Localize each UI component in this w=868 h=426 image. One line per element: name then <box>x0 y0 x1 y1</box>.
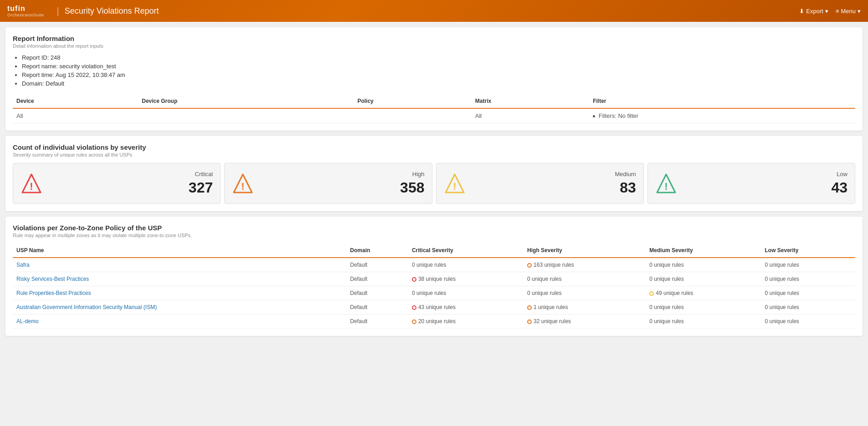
low-cell: 0 unique rules <box>761 272 855 286</box>
critical-cell: 38 unique rules <box>408 272 524 286</box>
critical-cell: 0 unique rules <box>408 258 524 272</box>
main-content: Report Information Detail information ab… <box>0 22 868 341</box>
col-matrix: Matrix <box>472 94 589 108</box>
download-icon: ⬇ <box>799 8 804 15</box>
high-info: High 358 <box>261 171 424 196</box>
export-button[interactable]: ⬇ Export ▾ <box>799 8 828 15</box>
low-label: Low <box>684 171 847 178</box>
high-label: High <box>261 171 424 178</box>
high-cell: 163 unique rules <box>524 258 646 272</box>
device-cell: All <box>13 108 138 123</box>
col-critical-severity: Critical Severity <box>408 243 524 258</box>
medium-cell: 0 unique rules <box>646 314 761 329</box>
menu-label: Menu <box>841 8 856 15</box>
low-warning-icon: ! <box>655 172 677 194</box>
critical-info: Critical 327 <box>50 171 213 196</box>
policy-cell <box>354 108 471 123</box>
low-cell: 0 unique rules <box>761 258 855 272</box>
col-filter: Filter <box>589 94 855 108</box>
medium-count: 83 <box>473 179 636 196</box>
high-cell: 0 unique rules <box>524 272 646 286</box>
table-row: Rule Properties-Best Practices Default 0… <box>13 286 855 300</box>
page-title: Security Violations Report <box>65 6 800 16</box>
low-severity-card: ! Low 43 <box>647 163 855 204</box>
col-device: Device <box>13 94 138 108</box>
low-count: 43 <box>684 179 847 196</box>
severity-card: Count of individual violations by severi… <box>5 136 863 211</box>
severity-dot-icon <box>527 263 532 268</box>
menu-button[interactable]: ≡ Menu ▾ <box>836 8 861 15</box>
export-chevron-icon: ▾ <box>825 8 828 15</box>
header-actions: ⬇ Export ▾ ≡ Menu ▾ <box>799 8 861 15</box>
medium-cell: 0 unique rules <box>646 300 761 314</box>
medium-info: Medium 83 <box>473 171 636 196</box>
logo-sub: OrchestraionSuite <box>7 13 44 17</box>
report-details-list: Report ID: 248 Report name: security vio… <box>13 54 855 87</box>
matrix-cell: All <box>472 108 589 123</box>
medium-cell: 49 unique rules <box>646 286 761 300</box>
low-cell: 0 unique rules <box>761 314 855 329</box>
usp-name-cell[interactable]: AL-demo <box>13 314 346 329</box>
table-row: Risky Services-Best Practices Default 38… <box>13 272 855 286</box>
logo-text: tufin <box>7 5 44 13</box>
usp-name-cell[interactable]: Rule Properties-Best Practices <box>13 286 346 300</box>
col-domain: Domain <box>346 243 408 258</box>
severity-subtitle: Severity summary of unique rules across … <box>13 152 855 157</box>
low-info: Low 43 <box>684 171 847 196</box>
table-row: Safra Default 0 unique rules 163 unique … <box>13 258 855 272</box>
high-severity-card: ! High 358 <box>224 163 432 204</box>
table-row: Australian Government Information Securi… <box>13 300 855 314</box>
menu-icon: ≡ <box>836 8 839 15</box>
header: tufin OrchestraionSuite | Security Viola… <box>0 0 868 22</box>
violations-table: USP Name Domain Critical Severity High S… <box>13 243 855 329</box>
critical-severity-card: ! Critical 327 <box>13 163 221 204</box>
col-low-severity: Low Severity <box>761 243 855 258</box>
table-row: All All Filters: No filter <box>13 108 855 123</box>
menu-chevron-icon: ▾ <box>858 8 861 15</box>
critical-cell: 43 unique rules <box>408 300 524 314</box>
domain-cell: Default <box>346 286 408 300</box>
severity-grid: ! Critical 327 ! High 358 <box>13 163 855 204</box>
usp-name-cell[interactable]: Safra <box>13 258 346 272</box>
severity-dot-icon <box>412 305 416 310</box>
report-time-item: Report time: Aug 15 2022, 10:38:47 am <box>22 71 855 78</box>
device-group-cell <box>138 108 354 123</box>
filter-cell: Filters: No filter <box>589 108 855 123</box>
usp-name-cell[interactable]: Risky Services-Best Practices <box>13 272 346 286</box>
severity-dot-icon <box>649 291 654 296</box>
violations-title: Violations per Zone-to-Zone Policy of th… <box>13 224 855 232</box>
report-id-item: Report ID: 248 <box>22 54 855 61</box>
svg-text:!: ! <box>241 181 245 192</box>
table-row: AL-demo Default 20 unique rules 32 uniqu… <box>13 314 855 329</box>
col-medium-severity: Medium Severity <box>646 243 761 258</box>
col-usp-name: USP Name <box>13 243 346 258</box>
domain-cell: Default <box>346 300 408 314</box>
domain-cell: Default <box>346 314 408 329</box>
report-info-title: Report Information <box>13 35 855 42</box>
medium-severity-card: ! Medium 83 <box>436 163 644 204</box>
high-warning-icon: ! <box>232 172 254 194</box>
high-cell: 32 unique rules <box>524 314 646 329</box>
report-information-card: Report Information Detail information ab… <box>5 27 863 131</box>
low-cell: 0 unique rules <box>761 286 855 300</box>
col-policy: Policy <box>354 94 471 108</box>
severity-dot-icon <box>527 320 532 324</box>
domain-cell: Default <box>346 272 408 286</box>
violations-subtitle: Rule may appear in multiple zones as it … <box>13 233 855 238</box>
critical-warning-icon: ! <box>21 172 42 194</box>
filter-value: Filters: No filter <box>599 112 638 119</box>
col-device-group: Device Group <box>138 94 354 108</box>
violations-header-row: USP Name Domain Critical Severity High S… <box>13 243 855 258</box>
export-label: Export <box>806 8 823 15</box>
usp-name-cell[interactable]: Australian Government Information Securi… <box>13 300 346 314</box>
violations-card: Violations per Zone-to-Zone Policy of th… <box>5 217 863 336</box>
header-divider: | <box>57 6 59 16</box>
severity-title: Count of individual violations by severi… <box>13 143 855 151</box>
critical-cell: 0 unique rules <box>408 286 524 300</box>
high-count: 358 <box>261 179 424 196</box>
medium-cell: 0 unique rules <box>646 258 761 272</box>
medium-label: Medium <box>473 171 636 178</box>
low-cell: 0 unique rules <box>761 300 855 314</box>
domain-cell: Default <box>346 258 408 272</box>
critical-count: 327 <box>50 179 213 196</box>
